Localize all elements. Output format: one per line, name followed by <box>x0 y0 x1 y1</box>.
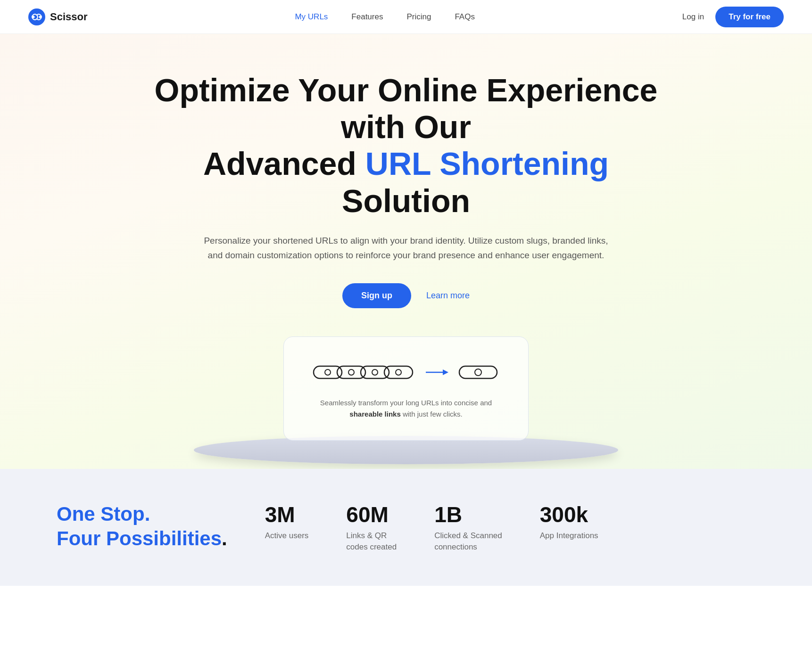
stat-value-integrations: 300k <box>540 502 598 527</box>
login-button[interactable]: Log in <box>682 12 704 22</box>
url-card-description: Seamlessly transform your long URLs into… <box>312 397 500 419</box>
stat-item-connections: 1B Clicked & Scannedconnections <box>434 502 502 553</box>
stat-label-integrations: App Integrations <box>540 530 598 541</box>
scissor-logo-icon <box>28 8 45 25</box>
stats-headline: One Stop. Four Possibilities. <box>57 502 227 551</box>
stat-item-integrations: 300k App Integrations <box>540 502 598 553</box>
stat-value-links-qr: 60M <box>346 502 397 527</box>
hero-section: Optimize Your Online Experience with Our… <box>0 34 812 469</box>
url-card-desc-end: with just few clicks. <box>401 410 463 418</box>
url-shortener-card: Seamlessly transform your long URLs into… <box>283 336 529 441</box>
svg-point-4 <box>325 369 331 375</box>
stats-headline-title: One Stop. Four Possibilities. <box>57 502 227 551</box>
stat-value-connections: 1B <box>434 502 502 527</box>
nav-links: My URLs Features Pricing FAQs <box>295 12 474 22</box>
learn-more-link[interactable]: Learn more <box>426 291 470 301</box>
stats-headline-line2-prefix: Four <box>57 527 106 549</box>
brand-name: Scissor <box>50 11 88 23</box>
stats-headline-accent: Possibilities <box>106 527 222 549</box>
nav-item-pricing[interactable]: Pricing <box>406 12 431 22</box>
nav-link-my-urls[interactable]: My URLs <box>295 12 328 21</box>
hero-title-line2-prefix: Advanced <box>203 146 365 181</box>
hero-buttons: Sign up Learn more <box>342 283 470 308</box>
nav-link-pricing[interactable]: Pricing <box>406 12 431 21</box>
url-card-desc-bold: shareable links <box>349 410 400 418</box>
short-chain-icon <box>457 361 499 384</box>
svg-point-2 <box>39 16 41 18</box>
navbar: Scissor My URLs Features Pricing FAQs Lo… <box>0 0 812 34</box>
svg-rect-13 <box>459 366 497 378</box>
svg-point-8 <box>372 369 378 375</box>
stats-section: One Stop. Four Possibilities. 3M Active … <box>0 469 812 586</box>
stats-grid: 3M Active users 60M Links & QRcodes crea… <box>265 502 598 553</box>
nav-link-faqs[interactable]: FAQs <box>455 12 475 21</box>
arrow-icon <box>425 367 448 378</box>
nav-item-features[interactable]: Features <box>351 12 383 22</box>
brand-logo[interactable]: Scissor <box>28 8 88 25</box>
svg-point-14 <box>475 369 481 376</box>
signup-button[interactable]: Sign up <box>342 283 411 308</box>
svg-point-1 <box>33 16 35 18</box>
svg-marker-12 <box>443 369 448 375</box>
hero-title-line1: Optimize Your Online Experience with Our <box>155 72 658 145</box>
nav-item-my-urls[interactable]: My URLs <box>295 12 328 22</box>
hero-subtitle: Personalize your shortened URLs to align… <box>199 233 613 263</box>
try-free-button[interactable]: Try for free <box>715 7 784 27</box>
stat-label-connections: Clicked & Scannedconnections <box>434 530 502 553</box>
long-chain-icon <box>313 361 416 384</box>
navbar-actions: Log in Try for free <box>682 7 784 27</box>
stats-headline-line1: One Stop. <box>57 503 150 525</box>
svg-point-0 <box>28 8 45 25</box>
stats-headline-suffix: . <box>222 527 227 549</box>
stat-value-active-users: 3M <box>265 502 309 527</box>
url-card-desc-normal: Seamlessly transform your long URLs into… <box>320 399 492 407</box>
hero-title: Optimize Your Online Experience with Our… <box>147 72 665 219</box>
svg-point-10 <box>396 369 401 375</box>
hero-title-accent: URL Shortening <box>365 146 609 181</box>
svg-point-6 <box>348 369 354 375</box>
stat-item-active-users: 3M Active users <box>265 502 309 553</box>
nav-link-features[interactable]: Features <box>351 12 383 21</box>
hero-title-line2-suffix: Solution <box>342 183 470 219</box>
stat-label-links-qr: Links & QRcodes created <box>346 530 397 553</box>
nav-item-faqs[interactable]: FAQs <box>455 12 475 22</box>
chain-visual <box>313 361 499 384</box>
stat-label-active-users: Active users <box>265 530 309 541</box>
stat-item-links-qr: 60M Links & QRcodes created <box>346 502 397 553</box>
